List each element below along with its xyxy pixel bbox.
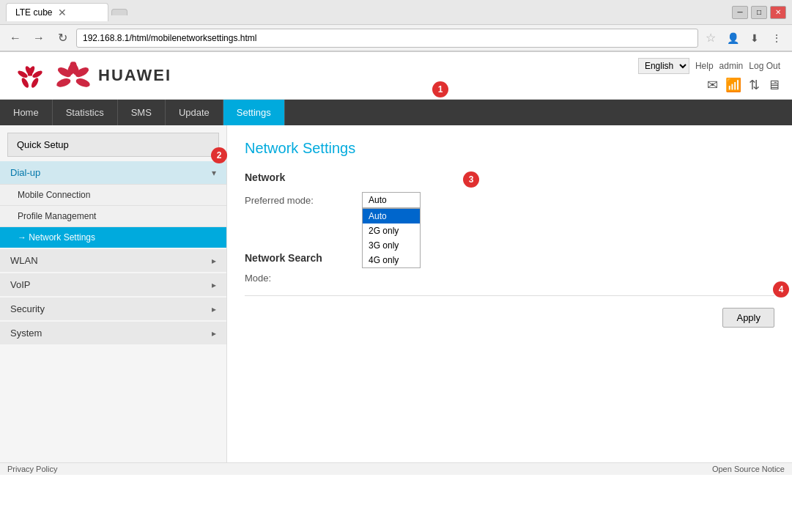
sidebar-profile-management[interactable]: Profile Management (0, 205, 226, 226)
sidebar-system-label: System (10, 328, 42, 339)
download-icon[interactable]: ⬇ (745, 29, 764, 48)
dropdown-option-2g[interactable]: 2G only (363, 223, 420, 238)
forward-btn[interactable]: → (29, 29, 48, 48)
monitor-icon: 🖥 (767, 78, 780, 93)
extensions-icon[interactable]: 👤 (723, 29, 742, 48)
nav-bar: Home Statistics SMS Update Settings (0, 100, 792, 125)
annotation-4: 4 (773, 281, 789, 298)
sidebar-network-settings[interactable]: Network Settings (0, 226, 226, 248)
separator (245, 295, 774, 296)
apply-button[interactable]: Apply (722, 308, 774, 328)
network-search-section: Network Search Mode: (245, 252, 774, 284)
close-btn[interactable]: ✕ (770, 6, 786, 19)
svg-point-4 (21, 77, 30, 89)
annotation-1: 1 (432, 81, 448, 97)
back-btn[interactable]: ← (6, 29, 25, 48)
chevron-right-icon-voip: ▸ (212, 280, 216, 290)
page-header: HUAWEI English 中文 Help admin Log Out ✉ 📶… (0, 52, 792, 100)
brand-name: HUAWEI (98, 66, 171, 85)
preferred-mode-dropdown-wrapper: 3 Auto Auto 2G only 3G only 4G only (362, 192, 421, 208)
settings-icon[interactable]: ⋮ (767, 29, 786, 48)
preferred-mode-row: Preferred mode: 3 Auto Auto 2G only 3G o… (245, 192, 774, 208)
sidebar-security-header[interactable]: Security ▸ (0, 298, 226, 320)
tab-close-icon[interactable]: ✕ (58, 7, 67, 18)
svg-point-11 (75, 77, 91, 89)
annotation-3: 3 (463, 171, 479, 188)
sidebar-section-wlan: WLAN ▸ (0, 249, 226, 272)
dropdown-option-auto[interactable]: Auto (363, 209, 420, 223)
chevron-right-icon-system: ▸ (212, 328, 216, 339)
sidebar-voip-header[interactable]: VoIP ▸ (0, 273, 226, 296)
sidebar-quick-setup[interactable]: Quick Setup (7, 133, 219, 157)
preferred-mode-dropdown-open: Auto 2G only 3G only 4G only (362, 208, 421, 268)
sidebar-section-system: System ▸ (0, 322, 226, 344)
admin-link[interactable]: admin (719, 61, 744, 71)
chevron-right-icon-security: ▸ (212, 304, 216, 314)
privacy-policy-link[interactable]: Privacy Policy (7, 465, 57, 473)
content-area: Quick Setup Dial-up ▾ Mobile Connection … (0, 125, 792, 462)
email-icon[interactable]: ✉ (707, 77, 718, 93)
active-tab[interactable]: LTE cube ✕ (6, 3, 108, 21)
sidebar-mobile-connection[interactable]: Mobile Connection (0, 184, 226, 205)
sidebar-security-label: Security (10, 303, 45, 314)
signal-icon: 📶 (725, 77, 741, 93)
nav-update[interactable]: Update (166, 100, 223, 125)
language-select[interactable]: English 中文 (638, 58, 689, 74)
network-section: Network Preferred mode: 3 Auto Auto 2G o… (245, 171, 774, 208)
mode-label: Mode: (245, 273, 362, 284)
page-title: Network Settings (245, 140, 774, 157)
sidebar-section-security: Security ▸ (0, 298, 226, 320)
apply-row: 4 Apply (245, 308, 774, 328)
network-search-title: Network Search (245, 252, 774, 264)
preferred-mode-label: Preferred mode: (245, 195, 362, 206)
open-source-link[interactable]: Open Source Notice (712, 465, 785, 473)
svg-point-10 (56, 77, 72, 89)
help-link[interactable]: Help (695, 61, 714, 71)
preferred-mode-select[interactable]: Auto (362, 192, 421, 208)
svg-point-5 (30, 77, 40, 89)
huawei-flower-icon (54, 60, 92, 91)
sidebar-system-header[interactable]: System ▸ (0, 322, 226, 344)
dropdown-option-4g[interactable]: 4G only (363, 253, 420, 267)
chevron-right-icon: ▸ (212, 256, 216, 266)
chevron-down-icon: ▾ (212, 168, 216, 178)
header-right: English 中文 Help admin Log Out ✉ 📶 ⇅ 🖥 (638, 58, 780, 93)
nav-settings[interactable]: Settings (223, 100, 285, 125)
sidebar-dialup-header[interactable]: Dial-up ▾ (0, 161, 226, 184)
maximize-btn[interactable]: □ (751, 6, 767, 19)
sidebar-voip-label: VoIP (10, 279, 30, 290)
mode-row: Mode: (245, 273, 774, 284)
nav-statistics[interactable]: Statistics (53, 100, 118, 125)
bookmark-icon[interactable]: ☆ (703, 31, 719, 45)
logo: HUAWEI (12, 60, 171, 91)
status-bar: Privacy Policy Open Source Notice (0, 462, 792, 475)
nav-sms[interactable]: SMS (118, 100, 166, 125)
sidebar-wlan-header[interactable]: WLAN ▸ (0, 249, 226, 272)
annotation-2: 2 (211, 147, 227, 163)
network-section-title: Network (245, 171, 774, 183)
sidebar-section-voip: VoIP ▸ (0, 273, 226, 296)
sidebar-section-dialup: Dial-up ▾ Mobile Connection Profile Mana… (0, 161, 226, 248)
sidebar-wlan-label: WLAN (10, 255, 38, 266)
minimize-btn[interactable]: ─ (732, 6, 748, 19)
nav-home[interactable]: Home (0, 100, 53, 125)
address-bar[interactable] (76, 29, 698, 48)
transfer-icon: ⇅ (749, 77, 760, 93)
sidebar-dialup-label: Dial-up (10, 167, 40, 178)
new-tab-btn[interactable] (111, 9, 127, 15)
dropdown-option-3g[interactable]: 3G only (363, 238, 420, 253)
tab-title: LTE cube (15, 7, 52, 18)
huawei-logo-icon (12, 61, 48, 90)
refresh-btn[interactable]: ↻ (53, 29, 72, 48)
main-content: 1 2 Network Settings Network Preferred m… (227, 125, 792, 462)
window-controls: ─ □ ✕ (732, 6, 786, 19)
sidebar: Quick Setup Dial-up ▾ Mobile Connection … (0, 125, 227, 462)
logout-link[interactable]: Log Out (749, 61, 780, 71)
